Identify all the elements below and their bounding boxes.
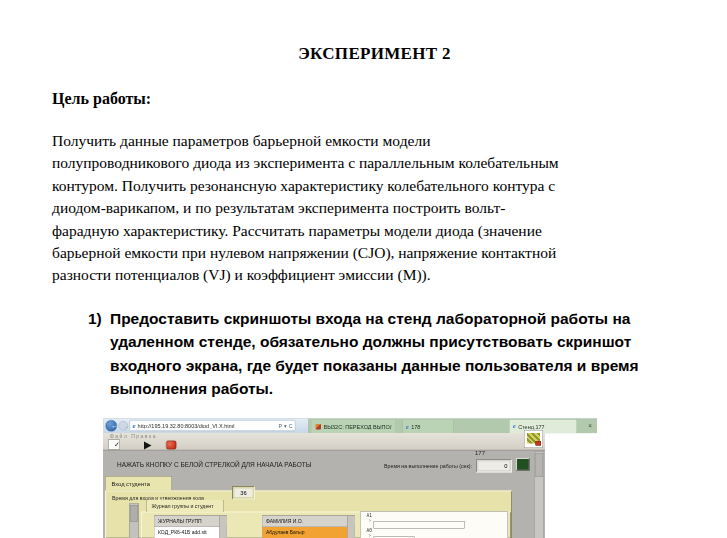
abort-button[interactable]: [166, 441, 177, 450]
browser-chrome: ← → e http://195.19.32.80:8003/diod_VI.X…: [103, 418, 597, 433]
tab-label: ВЫ32С: ПЕРЕХОД ВЫПОЛНЕН...: [324, 424, 392, 430]
document-page: ЭКСПЕРИМЕНТ 2 Цель работы: Получить данн…: [0, 0, 727, 538]
tab-label: 178: [411, 424, 420, 430]
chevron-down-icon[interactable]: ▾: [284, 423, 287, 429]
back-arrow-icon: ←: [111, 421, 118, 432]
groups-listbox[interactable]: ЖУРНАЛЫ ГРУПП КОД_РК6-41Б add.stt: [154, 516, 227, 538]
back-button[interactable]: ←: [106, 420, 118, 432]
forward-button[interactable]: →: [119, 421, 129, 431]
names-header: ФАМИЛИЯ И.О.: [263, 516, 355, 527]
connector-panel: A1 › A0 ›: [360, 512, 508, 538]
instruction-text: НАЖАТЬ КНОПКУ С БЕЛОЙ СТРЕЛКОЙ ДЛЯ НАЧАЛ…: [117, 461, 312, 469]
ie-icon: e: [133, 422, 136, 430]
forward-arrow-icon: →: [123, 422, 129, 431]
list-item[interactable]: КОД_РК6-41Б add.stt: [155, 527, 220, 538]
labview-panel: НАЖАТЬ КНОПКУ С БЕЛОЙ СТРЕЛКОЙ ДЛЯ НАЧАЛ…: [103, 450, 545, 538]
labview-icon-pattern: [527, 433, 540, 444]
tab-favicon: [316, 424, 322, 430]
names-listbox[interactable]: ФАМИЛИЯ И.О. Абдулаев Батыр: [262, 516, 355, 538]
browser-tab-178[interactable]: e 178: [402, 420, 454, 434]
time-label: Время на выполнение работы (сек):: [303, 463, 472, 469]
goal-heading: Цель работы:: [52, 90, 697, 108]
tree-node-box: [374, 521, 465, 529]
student-panel: Время для входа и утверждения кода 36 Жу…: [105, 491, 512, 538]
page-scrollbar[interactable]: [534, 452, 544, 538]
labview-icon: [524, 430, 543, 448]
ie-favicon: e: [513, 423, 516, 431]
menu-bar: Файл Правка: [110, 434, 157, 440]
tab-journal[interactable]: Журнал группы и студент: [146, 500, 224, 513]
check-button[interactable]: ✓: [108, 440, 120, 450]
screenshot-canvas: ← → e http://195.19.32.80:8003/diod_VI.X…: [103, 418, 597, 538]
code-time-value: 36: [235, 489, 253, 498]
journal-panel: ЖУРНАЛЫ ГРУПП КОД_РК6-41Б add.stt ФАМИЛИ…: [141, 512, 511, 538]
toolbar-row: Файл Правка ✓: [103, 433, 545, 450]
document-content: ЭКСПЕРИМЕНТ 2 Цель работы: Получить данн…: [52, 0, 697, 401]
task-text: Предоставить скриншоты входа на стенд ла…: [110, 307, 639, 401]
run-button[interactable]: [144, 441, 153, 450]
tree-stub-icon: ›: [369, 518, 372, 523]
tab-label: Стенд,177: [518, 423, 544, 429]
embedded-screenshot: ← → e http://195.19.32.80:8003/diod_VI.X…: [103, 418, 597, 538]
listbox-scrollbar[interactable]: [220, 516, 227, 538]
list-item-selected[interactable]: Абдулаев Батыр: [263, 527, 348, 538]
check-icon: ✓: [114, 440, 120, 449]
ie-favicon: e: [406, 423, 409, 431]
task-list-item: 1) Предоставить скриншоты входа на стенд…: [88, 307, 697, 401]
address-bar[interactable]: e http://195.19.32.80:8003/diod_VI.X.htm…: [130, 420, 296, 431]
browser-tab-report[interactable]: ВЫ32С: ПЕРЕХОД ВЫПОЛНЕН...: [312, 420, 396, 434]
listbox-scrollbar[interactable]: [348, 516, 355, 538]
time-display[interactable]: 0: [476, 459, 512, 473]
tab-strip: ВЫ32С: ПЕРЕХОД ВЫПОЛНЕН... e 178 e Стенд…: [309, 419, 598, 434]
refresh-icon[interactable]: С: [289, 423, 293, 429]
task-number: 1): [88, 307, 110, 401]
close-icon[interactable]: ×: [588, 422, 592, 430]
tab-student-login[interactable]: Вход студента: [105, 476, 172, 491]
search-icon[interactable]: Р: [279, 423, 283, 429]
panel-scrollbar[interactable]: [129, 504, 139, 538]
url-text: http://195.19.32.80:8003/diod_VI.X.html: [138, 423, 277, 429]
browser-tab-stand-active[interactable]: e Стенд,177: [509, 419, 577, 433]
time-value: 0: [479, 462, 510, 471]
goal-paragraph: Получить данные параметров барьерной емк…: [52, 130, 712, 287]
groups-header: ЖУРНАЛЫ ГРУПП: [155, 516, 227, 527]
code-time-display[interactable]: 36: [232, 486, 255, 500]
run-arrow-icon: [144, 442, 152, 450]
stand-number: 177: [475, 450, 485, 457]
tree-stub-icon: ›: [369, 533, 372, 538]
page-title: ЭКСПЕРИМЕНТ 2: [52, 0, 697, 64]
status-led: [516, 458, 530, 471]
